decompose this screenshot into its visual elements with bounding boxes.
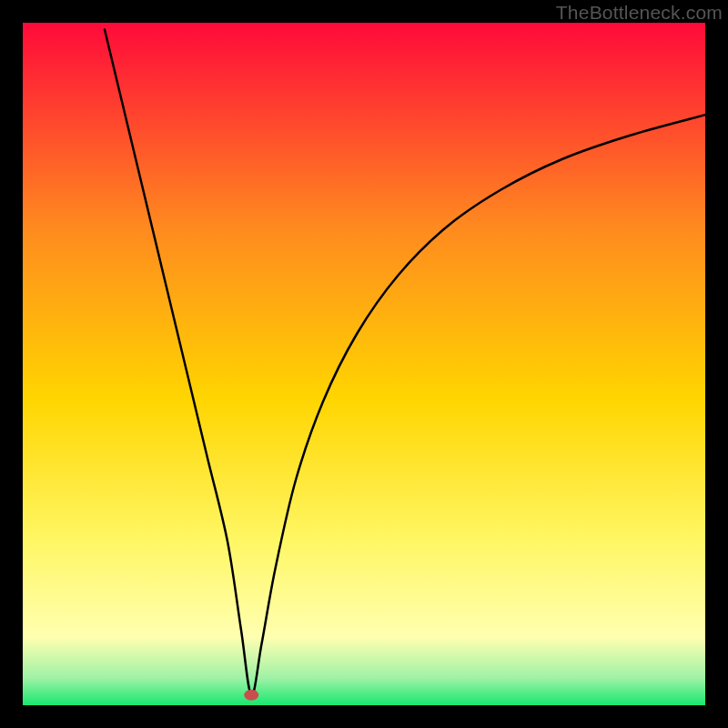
plot-area [23,23,705,705]
minimum-marker [244,690,258,701]
chart-svg [23,23,705,705]
chart-container: TheBottleneck.com [0,0,728,728]
gradient-background [23,23,705,705]
watermark-text: TheBottleneck.com [556,2,723,24]
